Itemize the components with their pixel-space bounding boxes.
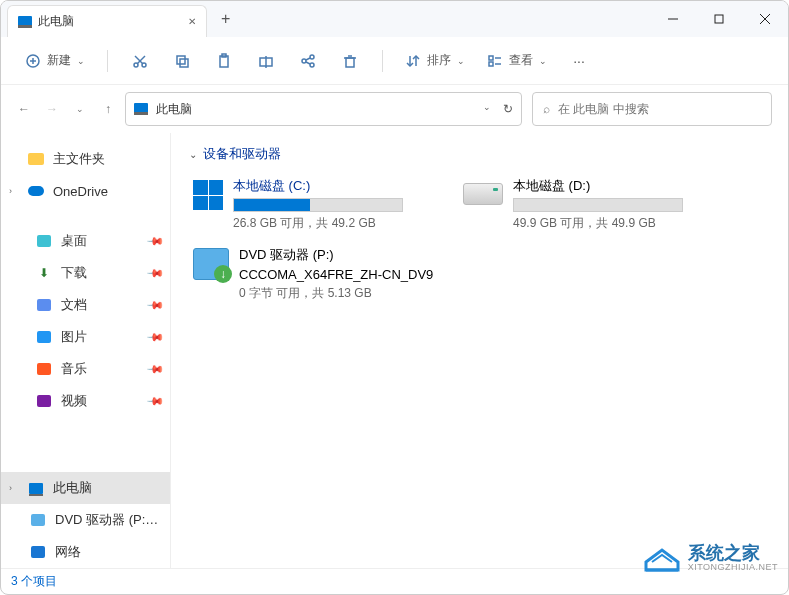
svg-rect-22 — [346, 58, 354, 67]
svg-line-20 — [306, 58, 310, 60]
svg-rect-1 — [715, 15, 723, 23]
delete-button[interactable] — [332, 47, 368, 75]
tab-this-pc[interactable]: 此电脑 ✕ — [7, 5, 207, 37]
forward-button[interactable]: → — [45, 102, 59, 116]
svg-line-21 — [306, 62, 310, 64]
pin-icon: 📌 — [145, 263, 164, 282]
sidebar-item-videos[interactable]: 视频 📌 — [1, 385, 170, 417]
cut-button[interactable] — [122, 47, 158, 75]
clipboard-icon — [216, 53, 232, 69]
search-box[interactable]: ⌕ — [532, 92, 772, 126]
sidebar-network[interactable]: 网络 — [1, 536, 170, 568]
new-tab-button[interactable]: + — [221, 10, 230, 28]
close-button[interactable] — [742, 1, 788, 37]
svg-rect-27 — [489, 56, 493, 60]
download-icon: ⬇ — [35, 265, 53, 281]
view-icon — [487, 53, 503, 69]
cloud-icon — [27, 183, 45, 199]
copy-icon — [174, 53, 190, 69]
address-row: ← → ⌄ ↑ 此电脑 ⌄ ↻ ⌕ — [1, 85, 788, 133]
disc-icon — [193, 248, 229, 280]
drive-d[interactable]: 本地磁盘 (D:) 49.9 GB 可用，共 49.9 GB — [459, 173, 719, 236]
breadcrumb[interactable]: 此电脑 — [156, 101, 192, 118]
maximize-button[interactable] — [696, 1, 742, 37]
chevron-down-icon: ⌄ — [457, 56, 465, 66]
rename-icon — [258, 53, 274, 69]
chevron-right-icon: › — [9, 483, 19, 493]
pin-icon: 📌 — [145, 391, 164, 410]
paste-button[interactable] — [206, 47, 242, 75]
picture-icon — [35, 329, 53, 345]
pin-icon: 📌 — [145, 359, 164, 378]
content-area: ⌄ 设备和驱动器 本地磁盘 (C:) 26.8 GB 可用，共 49.2 GB … — [171, 133, 788, 568]
monitor-icon — [27, 480, 45, 496]
video-icon — [35, 393, 53, 409]
status-bar: 3 个项目 — [1, 568, 788, 594]
drive-grid: 本地磁盘 (C:) 26.8 GB 可用，共 49.2 GB 本地磁盘 (D:)… — [189, 173, 770, 306]
sidebar-item-documents[interactable]: 文档 📌 — [1, 289, 170, 321]
sidebar-item-downloads[interactable]: ⬇ 下载 📌 — [1, 257, 170, 289]
chevron-down-icon[interactable]: ⌄ — [483, 102, 491, 116]
chevron-down-icon: ⌄ — [77, 56, 85, 66]
sidebar-dvd[interactable]: DVD 驱动器 (P:) C — [1, 504, 170, 536]
toolbar: 新建 ⌄ 排序 ⌄ 查看 ⌄ ··· — [1, 37, 788, 85]
svg-rect-12 — [180, 59, 188, 67]
chevron-down-icon: ⌄ — [539, 56, 547, 66]
history-button[interactable]: ⌄ — [73, 104, 87, 114]
windows-icon — [193, 180, 223, 210]
share-icon — [300, 53, 316, 69]
item-count: 3 个项目 — [11, 573, 57, 590]
back-button[interactable]: ← — [17, 102, 31, 116]
plus-circle-icon — [25, 53, 41, 69]
sort-icon — [405, 53, 421, 69]
chevron-down-icon: ⌄ — [189, 149, 197, 160]
capacity-bar — [233, 198, 403, 212]
monitor-icon — [18, 16, 32, 28]
capacity-bar — [513, 198, 683, 212]
svg-rect-11 — [177, 56, 185, 64]
sidebar-home[interactable]: › 主文件夹 — [1, 143, 170, 175]
sidebar: › 主文件夹 › OneDrive 桌面 📌 ⬇ 下载 📌 文档 📌 图片 — [1, 133, 171, 568]
share-button[interactable] — [290, 47, 326, 75]
nav-arrows: ← → ⌄ ↑ — [17, 102, 115, 116]
home-icon — [27, 151, 45, 167]
pin-icon: 📌 — [145, 231, 164, 250]
rename-button[interactable] — [248, 47, 284, 75]
close-icon[interactable]: ✕ — [188, 16, 196, 27]
music-icon — [35, 361, 53, 377]
sidebar-this-pc[interactable]: › 此电脑 — [1, 472, 170, 504]
separator — [107, 50, 108, 72]
network-icon — [29, 544, 47, 560]
sidebar-onedrive[interactable]: › OneDrive — [1, 175, 170, 207]
separator — [382, 50, 383, 72]
monitor-icon — [134, 103, 148, 115]
more-button[interactable]: ··· — [561, 47, 597, 75]
trash-icon — [342, 53, 358, 69]
sidebar-item-pictures[interactable]: 图片 📌 — [1, 321, 170, 353]
sidebar-item-music[interactable]: 音乐 📌 — [1, 353, 170, 385]
sort-button[interactable]: 排序 ⌄ — [397, 46, 473, 75]
view-button[interactable]: 查看 ⌄ — [479, 46, 555, 75]
svg-point-17 — [302, 59, 306, 63]
svg-rect-28 — [489, 62, 493, 66]
sidebar-item-desktop[interactable]: 桌面 📌 — [1, 225, 170, 257]
svg-point-19 — [310, 63, 314, 67]
search-input[interactable] — [558, 102, 761, 116]
minimize-button[interactable] — [650, 1, 696, 37]
disc-icon — [29, 512, 47, 528]
hdd-icon — [463, 183, 503, 205]
pin-icon: 📌 — [145, 327, 164, 346]
body: › 主文件夹 › OneDrive 桌面 📌 ⬇ 下载 📌 文档 📌 图片 — [1, 133, 788, 568]
up-button[interactable]: ↑ — [101, 102, 115, 116]
group-header[interactable]: ⌄ 设备和驱动器 — [189, 145, 770, 163]
refresh-button[interactable]: ↻ — [503, 102, 513, 116]
drive-c[interactable]: 本地磁盘 (C:) 26.8 GB 可用，共 49.2 GB — [189, 173, 449, 236]
copy-button[interactable] — [164, 47, 200, 75]
address-bar[interactable]: 此电脑 ⌄ ↻ — [125, 92, 522, 126]
desktop-icon — [35, 233, 53, 249]
document-icon — [35, 297, 53, 313]
tab-title: 此电脑 — [38, 13, 74, 30]
new-button[interactable]: 新建 ⌄ — [17, 46, 93, 75]
search-icon: ⌕ — [543, 102, 550, 116]
drive-dvd[interactable]: DVD 驱动器 (P:) CCCOMA_X64FRE_ZH-CN_DV9 0 字… — [189, 242, 449, 306]
